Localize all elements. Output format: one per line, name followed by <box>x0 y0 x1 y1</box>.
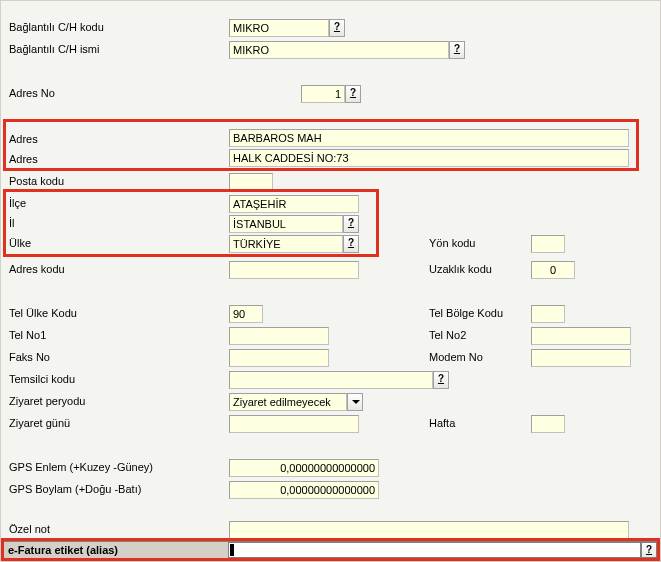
help-icon[interactable]: ? <box>433 371 449 389</box>
label-tel-ulke-kodu: Tel Ülke Kodu <box>9 307 77 319</box>
label-il: İl <box>9 217 15 229</box>
input-baglantili-ch-ismi[interactable] <box>229 41 449 59</box>
label-tel-bolge-kodu: Tel Bölge Kodu <box>429 307 503 319</box>
label-baglantili-ch-kodu: Bağlantılı C/H kodu <box>9 21 104 33</box>
input-baglantili-ch-kodu[interactable] <box>229 19 329 37</box>
label-adres-no: Adres No <box>9 87 55 99</box>
input-tel-bolge-kodu[interactable] <box>531 305 565 323</box>
text-cursor <box>230 544 234 556</box>
label-ulke: Ülke <box>9 237 31 249</box>
input-faks-no[interactable] <box>229 349 329 367</box>
input-adres-no[interactable] <box>301 85 345 103</box>
help-icon[interactable]: ? <box>329 19 345 37</box>
label-adres2: Adres <box>9 153 38 165</box>
label-modem-no: Modem No <box>429 351 483 363</box>
input-adres1[interactable] <box>229 129 629 147</box>
label-uzaklik-kodu: Uzaklık kodu <box>429 263 492 275</box>
efatura-alias-row: e-Fatura etiket (alias) ? <box>3 541 658 559</box>
input-ozel-not[interactable] <box>229 521 629 539</box>
input-modem-no[interactable] <box>531 349 631 367</box>
label-ilce: İlçe <box>9 197 26 209</box>
help-icon[interactable]: ? <box>449 41 465 59</box>
input-tel-ulke-kodu[interactable] <box>229 305 263 323</box>
chevron-down-icon[interactable] <box>347 393 363 411</box>
input-adres-kodu[interactable] <box>229 261 359 279</box>
label-adres: Adres <box>9 133 38 145</box>
label-tel-no1: Tel No1 <box>9 329 46 341</box>
help-icon[interactable]: ? <box>641 542 657 558</box>
label-efatura-etiket: e-Fatura etiket (alias) <box>4 544 228 556</box>
label-yon-kodu: Yön kodu <box>429 237 475 249</box>
input-ulke[interactable] <box>229 235 343 253</box>
input-il[interactable] <box>229 215 343 233</box>
select-ziyaret-peryodu[interactable] <box>229 393 347 411</box>
label-ziyaret-gunu: Ziyaret günü <box>9 417 70 429</box>
label-gps-enlem: GPS Enlem (+Kuzey -Güney) <box>9 461 153 473</box>
help-icon[interactable]: ? <box>343 215 359 233</box>
label-hafta: Hafta <box>429 417 455 429</box>
label-ozel-not: Özel not <box>9 523 50 535</box>
help-icon[interactable]: ? <box>343 235 359 253</box>
input-tel-no1[interactable] <box>229 327 329 345</box>
label-baglantili-ch-ismi: Bağlantılı C/H ismi <box>9 43 99 55</box>
input-hafta[interactable] <box>531 415 565 433</box>
label-temsilci-kodu: Temsilci kodu <box>9 373 75 385</box>
input-temsilci-kodu[interactable] <box>229 371 433 389</box>
input-adres2[interactable] <box>229 149 629 167</box>
input-posta-kodu[interactable] <box>229 173 273 191</box>
input-gps-enlem[interactable] <box>229 459 379 477</box>
label-tel-no2: Tel No2 <box>429 329 466 341</box>
input-ziyaret-gunu[interactable] <box>229 415 359 433</box>
input-yon-kodu[interactable] <box>531 235 565 253</box>
label-faks-no: Faks No <box>9 351 50 363</box>
input-tel-no2[interactable] <box>531 327 631 345</box>
label-gps-boylam: GPS Boylam (+Doğu -Batı) <box>9 483 141 495</box>
label-posta-kodu: Posta kodu <box>9 175 64 187</box>
input-uzaklik-kodu[interactable] <box>531 261 575 279</box>
label-ziyaret-peryodu: Ziyaret peryodu <box>9 395 85 407</box>
input-efatura-etiket[interactable] <box>228 542 641 558</box>
input-ilce[interactable] <box>229 195 359 213</box>
input-gps-boylam[interactable] <box>229 481 379 499</box>
help-icon[interactable]: ? <box>345 85 361 103</box>
label-adres-kodu: Adres kodu <box>9 263 65 275</box>
